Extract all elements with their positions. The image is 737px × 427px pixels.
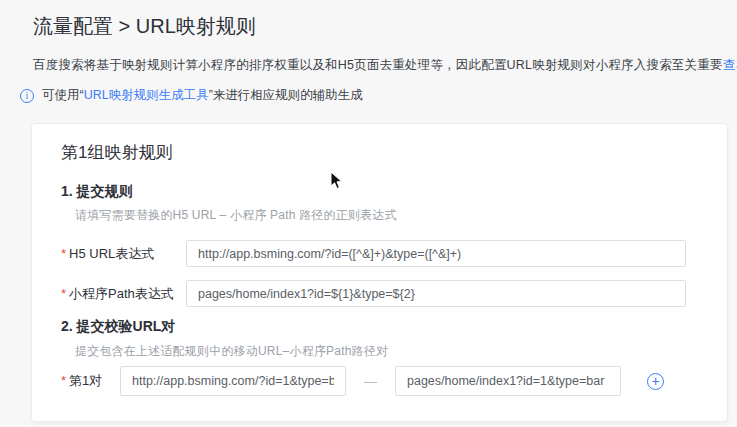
view-help-link[interactable]: 查看帮助 [723,58,737,72]
label-text: 第1对 [69,373,102,388]
tip-suffix: ”来进行相应规则的辅助生成 [209,87,363,104]
url-pair-row-1: *第1对 — + [61,366,664,396]
h5-url-expression-label: *H5 URL表达式 [61,245,186,263]
pair-1-path-input[interactable] [395,366,621,396]
pair-1-label: *第1对 [61,372,120,390]
required-asterisk: * [61,286,66,301]
description-text: 百度搜索将基于映射规则计算小程序的排序权重以及和H5页面去重处理等，因此配置UR… [33,58,723,72]
add-pair-button[interactable]: + [647,373,664,390]
tip-prefix: 可使用“ [42,87,84,104]
pair-separator-dash: — [364,374,377,389]
page-title: 流量配置 > URL映射规则 [33,13,256,40]
label-text: 小程序Path表达式 [69,286,174,301]
verify-url-pair-hint: 提交包含在上述适配规则中的移动URL–小程序Path路径对 [75,343,388,360]
label-text: H5 URL表达式 [69,246,154,261]
pair-1-h5-url-input[interactable] [120,366,346,396]
group-title: 第1组映射规则 [61,141,172,164]
mapping-rule-group-card: 第1组映射规则 1. 提交规则 请填写需要替换的H5 URL – 小程序 Pat… [31,123,728,422]
rule-generator-tool-link[interactable]: URL映射规则生成工具 [84,87,209,104]
required-asterisk: * [61,373,66,388]
verify-url-pair-section-title: 2. 提交校验URL对 [61,318,175,336]
miniapp-path-expression-row: *小程序Path表达式 [61,280,686,307]
submit-rule-hint: 请填写需要替换的H5 URL – 小程序 Path 路径的正则表达式 [75,207,397,224]
submit-rule-section-title: 1. 提交规则 [61,183,133,201]
page-description: 百度搜索将基于映射规则计算小程序的排序权重以及和H5页面去重处理等，因此配置UR… [33,57,737,74]
miniapp-path-expression-label: *小程序Path表达式 [61,285,186,303]
miniapp-path-expression-input[interactable] [186,280,686,307]
required-asterisk: * [61,246,66,261]
h5-url-expression-row: *H5 URL表达式 [61,240,686,267]
info-circle-icon: i [20,89,34,103]
generator-tip-line: i 可使用“URL映射规则生成工具”来进行相应规则的辅助生成 [20,87,363,104]
h5-url-expression-input[interactable] [186,240,686,267]
